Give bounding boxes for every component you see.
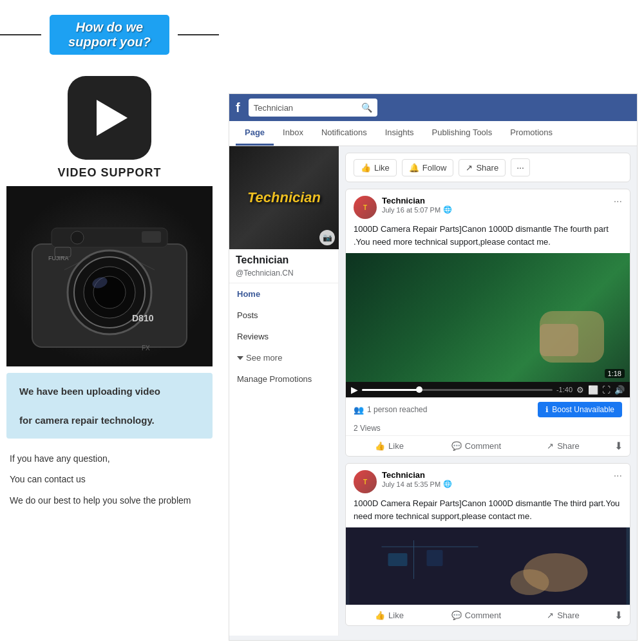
post2-author: Technician bbox=[382, 470, 452, 480]
tab-inbox[interactable]: Inbox bbox=[274, 121, 312, 146]
more-options-button[interactable]: ··· bbox=[511, 158, 530, 176]
sidebar-item-posts[interactable]: Posts bbox=[229, 305, 338, 326]
post1-avatar-inner: T bbox=[354, 196, 377, 219]
more-reaction-icon: ⬇ bbox=[614, 440, 623, 452]
blue-text-line1: We have been uploading video bbox=[19, 383, 200, 400]
tab-notifications[interactable]: Notifications bbox=[312, 121, 376, 146]
svg-rect-8 bbox=[142, 231, 161, 243]
top-header: How do we support you? bbox=[0, 0, 219, 63]
fb-search-box[interactable]: 🔍 bbox=[249, 99, 377, 117]
contact-text: If you have any question, You can contac… bbox=[0, 439, 219, 507]
thumbs-up-icon: 👍 bbox=[361, 163, 371, 173]
post1-actions: 👍 Like 💬 Comment ↗ Share ⬇ bbox=[346, 435, 630, 456]
tab-page[interactable]: Page bbox=[236, 121, 274, 146]
video-timestamp: 1:18 bbox=[605, 369, 625, 378]
like-button[interactable]: 👍 Like bbox=[354, 159, 397, 176]
play-pause-button[interactable]: ▶ bbox=[351, 384, 358, 395]
contact-line2: You can contact us bbox=[10, 472, 209, 486]
post1-views: 2 Views bbox=[346, 421, 630, 435]
fb-page-handle: @Technician.CN bbox=[229, 269, 338, 283]
post1-share-label: Share bbox=[557, 441, 580, 451]
post2-options-button[interactable]: ··· bbox=[614, 470, 622, 482]
fb-main[interactable]: 👍 Like 🔔 Follow ↗ Share ··· bbox=[339, 146, 637, 636]
line-right bbox=[178, 34, 219, 35]
post1-avatar: T bbox=[354, 196, 377, 219]
contact-line1: If you have any question, bbox=[10, 451, 209, 466]
post1-like-action[interactable]: 👍 Like bbox=[346, 437, 433, 455]
post1-info: Technician July 16 at 5:07 PM 🌐 bbox=[382, 196, 452, 214]
sidebar-item-see-more[interactable]: See more bbox=[229, 347, 338, 368]
theater-icon[interactable]: ⬜ bbox=[588, 385, 598, 395]
sidebar-item-manage-promotions[interactable]: Manage Promotions bbox=[229, 368, 338, 390]
post2-comment-icon: 💬 bbox=[451, 611, 462, 620]
post1-video-inner: 1:18 bbox=[346, 253, 630, 382]
boost-unavailable-button[interactable]: ℹ Boost Unavailable bbox=[538, 402, 622, 417]
post1-more-action[interactable]: ⬇ bbox=[607, 437, 630, 455]
volume-icon[interactable]: 🔊 bbox=[614, 385, 625, 395]
post2-share-action[interactable]: ↗ Share bbox=[520, 607, 607, 624]
post2-globe-icon: 🌐 bbox=[443, 480, 452, 488]
share-label: Share bbox=[476, 163, 498, 173]
video-time-remaining: -1:40 bbox=[556, 386, 573, 393]
post2-more-action[interactable]: ⬇ bbox=[607, 607, 630, 624]
reach-people-icon: 👥 bbox=[354, 405, 364, 415]
svg-text:FUJIRA: FUJIRA bbox=[48, 255, 69, 261]
comment-icon: 💬 bbox=[451, 441, 462, 451]
header-title: How do we support you? bbox=[68, 20, 151, 49]
video-progress-bar[interactable] bbox=[362, 389, 553, 391]
svg-rect-19 bbox=[427, 550, 443, 566]
fb-cover-text: Technician bbox=[247, 189, 321, 206]
post2-comment-action[interactable]: 💬 Comment bbox=[433, 607, 520, 624]
post2-like-action[interactable]: 👍 Like bbox=[346, 607, 433, 624]
post2-video[interactable] bbox=[346, 527, 630, 605]
post2-avatar: T bbox=[354, 470, 377, 493]
camera-img-inner: FUJIRA FX D810 bbox=[6, 186, 213, 366]
share-button[interactable]: ↗ Share bbox=[459, 159, 506, 176]
svg-rect-18 bbox=[388, 553, 408, 566]
post1-reach-text: 1 person reached bbox=[367, 405, 427, 414]
like-label: Like bbox=[374, 163, 390, 173]
fb-sidebar: Technician 📷 Technician @Technician.CN H… bbox=[229, 146, 339, 636]
post1-comment-action[interactable]: 💬 Comment bbox=[433, 437, 520, 455]
post1-video-controls: ▶ -1:40 ⚙ ⬜ ⛶ 🔊 bbox=[346, 382, 630, 397]
chevron-down-icon bbox=[237, 356, 243, 360]
like-action-icon: 👍 bbox=[375, 441, 385, 451]
post2-actions: 👍 Like 💬 Comment ↗ Share ⬇ bbox=[346, 605, 630, 625]
post1-reach-info: 👥 1 person reached bbox=[354, 405, 427, 415]
post1-share-action[interactable]: ↗ Share bbox=[520, 437, 607, 455]
tab-insights[interactable]: Insights bbox=[376, 121, 423, 146]
post1-video[interactable]: 1:18 bbox=[346, 253, 630, 382]
svg-text:D810: D810 bbox=[132, 313, 154, 323]
sidebar-item-home[interactable]: Home bbox=[229, 283, 338, 305]
bell-icon: 🔔 bbox=[409, 163, 419, 173]
post2-share-icon: ↗ bbox=[547, 611, 554, 620]
video-support-label: VIDEO SUPPORT bbox=[0, 166, 219, 180]
video-hands bbox=[540, 311, 604, 363]
follow-button[interactable]: 🔔 Follow bbox=[402, 159, 454, 176]
post2-video-inner bbox=[346, 527, 630, 605]
video-progress-dot bbox=[416, 386, 422, 393]
post2-comment-label: Comment bbox=[465, 611, 501, 620]
svg-text:FX: FX bbox=[142, 345, 150, 352]
post2-text: 1000D Camera Repair Parts]Canon 1000D di… bbox=[346, 497, 630, 527]
post2-info: Technician July 14 at 5:35 PM 🌐 bbox=[382, 470, 452, 488]
search-icon: 🔍 bbox=[361, 102, 372, 113]
fb-sidebar-menu: Home Posts Reviews See more Manage Promo… bbox=[229, 283, 338, 390]
tab-promotions[interactable]: Promotions bbox=[501, 121, 562, 146]
sidebar-item-reviews[interactable]: Reviews bbox=[229, 326, 338, 347]
settings-icon[interactable]: ⚙ bbox=[576, 385, 584, 395]
post2-more-icon: ⬇ bbox=[614, 609, 623, 621]
tab-publishing-tools[interactable]: Publishing Tools bbox=[423, 121, 502, 146]
fb-search-input[interactable] bbox=[254, 103, 361, 113]
post1-options-button[interactable]: ··· bbox=[614, 196, 622, 207]
video-icon-box bbox=[68, 76, 151, 160]
post1-reach-bar: 👥 1 person reached ℹ Boost Unavailable bbox=[346, 397, 630, 421]
fb-topbar: f 🔍 bbox=[229, 94, 637, 121]
share-action-icon: ↗ bbox=[547, 441, 554, 451]
post1-comment-label: Comment bbox=[465, 441, 501, 451]
fullscreen-icon[interactable]: ⛶ bbox=[602, 385, 611, 395]
svg-point-21 bbox=[511, 569, 549, 595]
post2-like-icon: 👍 bbox=[375, 611, 385, 620]
boost-info-icon: ℹ bbox=[545, 405, 549, 414]
left-panel: How do we support you? VIDEO SUPPORT bbox=[0, 0, 219, 644]
